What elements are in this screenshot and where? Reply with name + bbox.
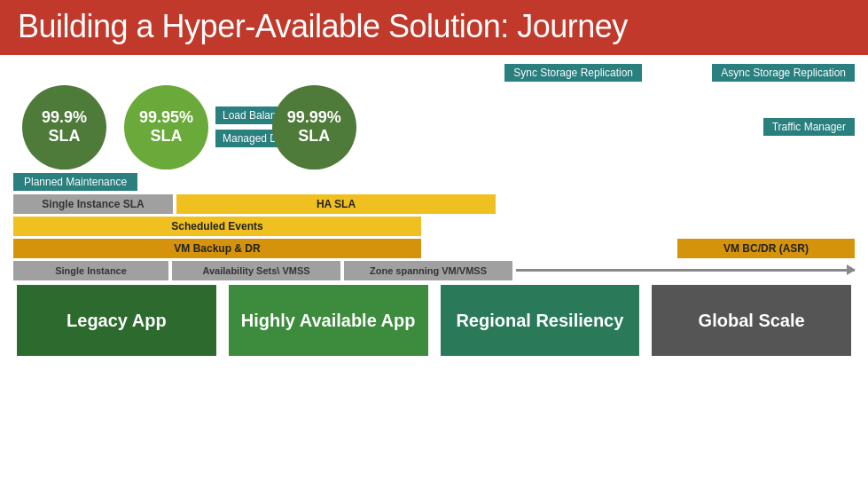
global-scale-card: Global Scale [652, 285, 851, 356]
app-container: Building a Hyper-Available Solution: Jou… [0, 0, 868, 363]
zone-spanning-label: Zone spanning VM/VMSS [344, 261, 512, 280]
page-title: Building a Hyper-Available Solution: Jou… [0, 0, 868, 55]
main-content: Sync Storage Replication Async Storage R… [0, 55, 868, 363]
ha-sla-bar: HA SLA [176, 194, 496, 214]
sla-9999-circle: 99.99% SLA [272, 85, 356, 170]
single-instance-label: Single Instance [13, 261, 168, 280]
sla-9999-group: 99.99% SLA [290, 85, 356, 170]
scheduled-events-bar: Scheduled Events [13, 217, 421, 236]
sla-999-circle: 99.9% SLA [22, 85, 106, 170]
vm-backup-bar: VM Backup & DR [13, 239, 421, 258]
availability-sets-label: Availability Sets\ VMSS [172, 261, 340, 280]
traffic-manager-label: Traffic Manager [763, 118, 855, 136]
sla-bar-row: Single Instance SLA HA SLA [13, 194, 855, 214]
sla-row: 99.9% SLA 99.95% SLA Load Balancing Mana… [13, 85, 855, 170]
vm-bcdr-bar: VM BC/DR (ASR) [677, 239, 855, 258]
regional-resiliency-card: Regional Resiliency [441, 285, 640, 356]
planned-maintenance-container: Planned Maintenance [13, 173, 855, 191]
single-instance-sla-bar: Single Instance SLA [13, 194, 173, 214]
sla-9995-circle: 99.95% SLA [124, 85, 208, 170]
highly-available-card: Highly Available App [229, 285, 428, 356]
async-label: Async Storage Replication [712, 64, 855, 82]
bottom-cards: Legacy App Highly Available App Regional… [13, 285, 855, 356]
sync-labels-container: Sync Storage Replication Async Storage R… [13, 64, 855, 83]
timeline-arrow [516, 269, 855, 272]
sync-label: Sync Storage Replication [504, 64, 642, 82]
timeline-row: Single Instance Availability Sets\ VMSS … [13, 261, 855, 280]
scheduled-events-row: Scheduled Events [13, 217, 855, 236]
vm-backup-row: VM Backup & DR VM BC/DR (ASR) [13, 239, 855, 258]
legacy-app-card: Legacy App [17, 285, 216, 356]
